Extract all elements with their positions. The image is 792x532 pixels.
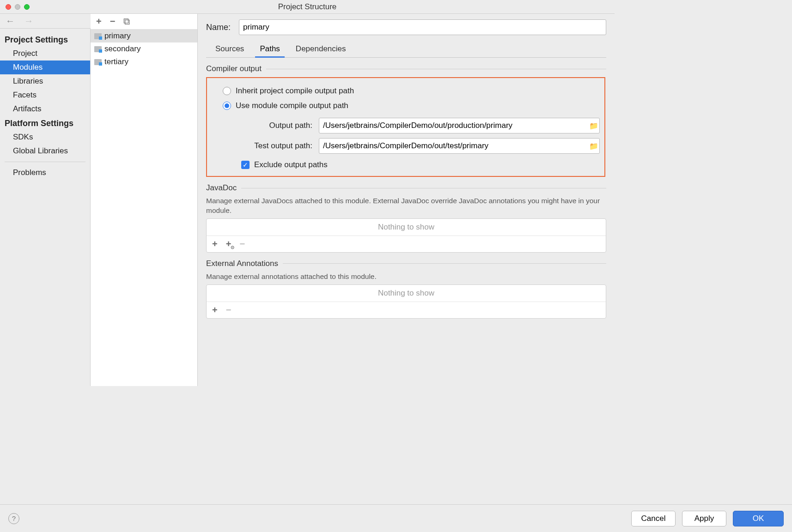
sidebar-divider <box>5 162 85 162</box>
compiler-output-highlight: Inherit project compile output path Use … <box>206 77 605 177</box>
sidebar-item-modules[interactable]: Modules <box>0 60 90 74</box>
radio-unchecked-icon[interactable] <box>223 87 231 95</box>
test-output-path-label: Test output path: <box>239 141 312 151</box>
sidebar-item-problems[interactable]: Problems <box>0 166 90 180</box>
tab-paths[interactable]: Paths <box>258 42 281 57</box>
external-annotations-empty-text: Nothing to show <box>207 285 606 302</box>
add-module-icon[interactable]: + <box>96 16 102 27</box>
exclude-output-label: Exclude output paths <box>254 160 328 169</box>
exclude-output-check-row[interactable]: ✓ Exclude output paths <box>241 160 600 169</box>
radio-checked-icon[interactable] <box>223 102 231 110</box>
external-annotations-list: Nothing to show + − <box>206 284 606 319</box>
compiler-output-title-text: Compiler output <box>206 64 262 73</box>
use-module-radio-label: Use module compile output path <box>236 101 348 110</box>
output-path-label: Output path: <box>239 121 312 130</box>
platform-settings-header: Platform Settings <box>0 116 90 130</box>
external-annotations-title: External Annotations <box>206 259 606 268</box>
test-output-path-input[interactable] <box>319 139 588 152</box>
module-folder-icon <box>94 46 102 52</box>
javadoc-title-text: JavaDoc <box>206 183 237 193</box>
remove-icon[interactable]: − <box>226 305 232 315</box>
sidebar-item-global-libraries[interactable]: Global Libraries <box>0 144 90 158</box>
javadoc-list: Nothing to show + +⊙ − <box>206 218 606 253</box>
add-icon[interactable]: + <box>212 239 218 249</box>
name-label: Name: <box>206 23 231 32</box>
module-toolbar: + − ⧉ <box>91 14 197 30</box>
checkbox-checked-icon[interactable]: ✓ <box>241 161 250 169</box>
tab-dependencies[interactable]: Dependencies <box>294 42 348 57</box>
sidebar-item-artifacts[interactable]: Artifacts <box>0 102 90 116</box>
sidebar-item-libraries[interactable]: Libraries <box>0 74 90 88</box>
tab-sources[interactable]: Sources <box>213 42 246 57</box>
module-item-primary[interactable]: primary <box>91 30 197 42</box>
external-annotations-desc: Manage external annotations attached to … <box>206 272 606 282</box>
module-folder-icon <box>94 59 102 65</box>
forward-arrow-icon[interactable]: → <box>24 16 33 26</box>
javadoc-title: JavaDoc <box>206 183 606 193</box>
add-url-icon[interactable]: +⊙ <box>226 239 232 249</box>
back-arrow-icon[interactable]: ← <box>6 16 15 26</box>
sidebar-item-facets[interactable]: Facets <box>0 88 90 102</box>
module-name-input[interactable] <box>239 19 606 35</box>
use-module-radio-row[interactable]: Use module compile output path <box>212 98 600 113</box>
module-item-secondary[interactable]: secondary <box>91 42 197 55</box>
module-item-label: primary <box>104 31 131 41</box>
javadoc-desc: Manage external JavaDocs attached to thi… <box>206 196 606 216</box>
titlebar: Project Structure <box>0 0 615 14</box>
module-tabs: Sources Paths Dependencies <box>206 42 606 58</box>
copy-module-icon[interactable]: ⧉ <box>123 16 130 27</box>
module-item-label: tertiary <box>104 57 128 66</box>
module-folder-icon <box>94 33 102 39</box>
sidebar: Project Settings Project Modules Librari… <box>0 29 91 386</box>
browse-folder-icon[interactable]: 📁 <box>588 121 599 130</box>
inherit-radio-row[interactable]: Inherit project compile output path <box>212 84 600 98</box>
module-item-tertiary[interactable]: tertiary <box>91 55 197 68</box>
module-list-panel: + − ⧉ primary secondary tertiary <box>91 14 198 386</box>
module-content-panel: Name: Sources Paths Dependencies Compile… <box>198 14 615 386</box>
output-path-input[interactable] <box>319 119 588 132</box>
remove-module-icon[interactable]: − <box>110 16 116 27</box>
add-icon[interactable]: + <box>212 305 218 315</box>
sidebar-item-project[interactable]: Project <box>0 47 90 60</box>
sidebar-item-sdks[interactable]: SDKs <box>0 130 90 144</box>
module-item-label: secondary <box>104 44 140 54</box>
project-settings-header: Project Settings <box>0 32 90 47</box>
navigation-toolbar: ← → <box>0 14 91 29</box>
compiler-output-title: Compiler output <box>206 64 606 73</box>
external-annotations-title-text: External Annotations <box>206 259 278 268</box>
window-title: Project Structure <box>0 2 615 12</box>
inherit-radio-label: Inherit project compile output path <box>236 86 354 96</box>
remove-icon[interactable]: − <box>239 239 245 249</box>
javadoc-empty-text: Nothing to show <box>207 219 606 236</box>
browse-folder-icon[interactable]: 📁 <box>588 142 599 151</box>
